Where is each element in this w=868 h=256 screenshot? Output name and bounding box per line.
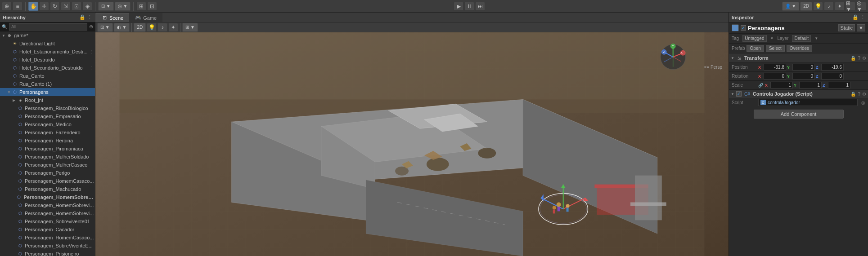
hierarchy-arrow-game[interactable]: ▼ (2, 34, 6, 38)
inspector-more-icon[interactable]: ⋮ (860, 14, 865, 20)
prefab-overrides-btn[interactable]: Overrides (787, 45, 812, 52)
scale-x-input[interactable] (770, 82, 793, 88)
hierarchy-arrow-root-jnt[interactable]: ▶ (13, 98, 17, 102)
hierarchy-item-personagem-sobrevivente-exp[interactable]: ⬡Personagem_SobreViventeE... (0, 242, 95, 250)
hierarchy-item-personagens[interactable]: ▼⬡Personagens⋮ (0, 88, 95, 96)
hierarchy-item-personagem-medico[interactable]: ⬡Personagem_Medico (0, 120, 95, 128)
effects-btn[interactable]: ✦ (835, 2, 845, 11)
hierarchy-item-personagem-mulher-casaco[interactable]: ⬡Personagem_MulherCasaco (0, 161, 95, 169)
scene-content[interactable]: X Z Y <= Persp (95, 32, 729, 256)
hand-tool[interactable]: ✋ (28, 2, 38, 11)
scene-gizmos-btn[interactable]: ⊞ ▼ (182, 23, 198, 32)
hierarchy-more-icon[interactable]: ⋮ (87, 14, 92, 20)
position-z-input[interactable] (821, 64, 844, 71)
hierarchy-lock-icon[interactable]: 🔒 (79, 14, 85, 20)
scene-shading-btn[interactable]: ◐ ▼ (114, 23, 130, 32)
add-btn[interactable]: ⊕ (2, 2, 12, 11)
2d-btn[interactable]: 2D (800, 2, 812, 11)
menu-btn[interactable]: ≡ (13, 2, 22, 11)
lighting-btn[interactable]: 💡 (813, 2, 823, 11)
hierarchy-arrow-personagens[interactable]: ▼ (7, 90, 12, 94)
tag-value[interactable]: Untagged (742, 35, 766, 42)
pivot-btn[interactable]: ⊡ ▼ (98, 2, 114, 11)
script-select-icon[interactable]: ◎ (861, 100, 865, 105)
hierarchy-item-personagem-cacador[interactable]: ⬡Personagem_Cacador (0, 225, 95, 234)
script-asset[interactable]: C controlaJogador (758, 99, 858, 106)
script-section-header[interactable]: ▼ C# Controla Jogador (Script) 🔒 ? ⚙ (729, 90, 868, 98)
hierarchy-dots-hotel-estacionamento[interactable]: ⋮ (90, 49, 94, 54)
hierarchy-item-personagem-homem-casaco[interactable]: ⬡Personagem_HomemCasaco... (0, 177, 95, 185)
transform-info-icon[interactable]: ? (858, 56, 860, 61)
hierarchy-dots-hotel-secundario[interactable]: ⋮ (90, 66, 94, 71)
scene-draw-btn[interactable]: ⊡ ▼ (97, 23, 113, 32)
scene-sep1 (131, 23, 132, 32)
pause-btn[interactable]: ⏸ (464, 2, 474, 11)
hierarchy-item-personagem-heroina[interactable]: ⬡Personagem_Heroina (0, 137, 95, 145)
hierarchy-item-root-jnt[interactable]: ▶◈Root_jnt (0, 96, 95, 104)
scale-label: Scale (732, 83, 756, 88)
scale-z-input[interactable] (828, 82, 850, 88)
hierarchy-item-rua-canto-1[interactable]: ⬡Rua_Canto (1) (0, 80, 95, 88)
add-hierarchy-icon[interactable]: ⊕ (89, 24, 93, 30)
hierarchy-item-personagem-homem-sobrevi2[interactable]: ⬡Personagem_HomemSobrevi... (0, 201, 95, 209)
rotation-x-input[interactable] (764, 73, 786, 79)
rect-tool[interactable]: ⊡ (72, 2, 81, 11)
hierarchy-item-game[interactable]: ▼⊕game* (0, 31, 95, 40)
global-btn[interactable]: ◎ ▼ (115, 2, 131, 11)
hierarchy-dots-personagens[interactable]: ⋮ (90, 90, 94, 95)
position-y-input[interactable] (792, 64, 815, 71)
tab-scene[interactable]: ⊡ Scene (95, 13, 129, 22)
rotation-y-input[interactable] (792, 73, 815, 79)
account-btn[interactable]: 👤 ▼ (782, 2, 800, 11)
hierarchy-item-personagem-homem-sobrevi3[interactable]: ⬡Personagem_HomemSobrevi... (0, 209, 95, 217)
hierarchy-item-personagem-mulher-soldado[interactable]: ⬡Personagem_MulherSoldado (0, 153, 95, 161)
transform-all-tool[interactable]: ◈ (82, 2, 92, 11)
script-enabled-checkbox[interactable] (736, 91, 742, 97)
hierarchy-item-hotel-destruido[interactable]: ⬡Hotel_Destruido (0, 56, 95, 64)
hierarchy-item-personagem-prisioneiro[interactable]: ⬡Personagem_Prisioneiro (0, 250, 95, 256)
play-btn[interactable]: ▶ (454, 2, 463, 11)
scene-audio-btn[interactable]: ♪ (157, 23, 167, 32)
snap-btn[interactable]: ⊞ (136, 2, 146, 11)
hierarchy-item-personagem-risco[interactable]: ⬡Personagem_RiscoBiologico (0, 104, 95, 112)
scene-lighting-btn[interactable]: 💡 (147, 23, 157, 32)
hierarchy-item-personagem-fazendeiro[interactable]: ⬡Personagem_Fazendeiro (0, 128, 95, 137)
snap2-btn[interactable]: ⊡ (147, 2, 157, 11)
scene-2d-btn[interactable]: 2D (134, 23, 146, 32)
hierarchy-item-personagem-perigo[interactable]: ⬡Personagem_Perigo (0, 169, 95, 177)
rotate-tool[interactable]: ↻ (50, 2, 60, 11)
hierarchy-item-hotel-estacionamento[interactable]: ⬡Hotel_Estacionamento_Destr...⋮ (0, 48, 95, 56)
hierarchy-item-personagem-piromaniaca[interactable]: ⬡Personagem_Piromaniaca (0, 145, 95, 153)
static-dropdown[interactable]: ▼ (857, 24, 865, 31)
hierarchy-item-hotel-secundario[interactable]: ⬡Hotel_Secundario_Destruido⋮ (0, 64, 95, 72)
rotation-z-input[interactable] (821, 73, 844, 79)
transform-gear-icon[interactable]: ⚙ (862, 56, 866, 61)
script-gear-icon[interactable]: ⚙ (862, 92, 866, 97)
hierarchy-item-rua-canto[interactable]: ⬡Rua_Canto (0, 72, 95, 80)
script-info-icon[interactable]: ? (858, 92, 860, 97)
prefab-select-btn[interactable]: Select (766, 45, 785, 52)
audio-btn[interactable]: ♪ (824, 2, 834, 11)
layer-value[interactable]: Default (792, 35, 811, 42)
scale-y-input[interactable] (799, 82, 822, 88)
scene-fx-btn[interactable]: ✦ (168, 23, 178, 32)
gizmo-menu-btn[interactable]: ⊞ ▼ (846, 2, 855, 11)
layers-btn[interactable]: ◎ ▼ (856, 2, 866, 11)
tab-game[interactable]: 🎮 Game (129, 13, 162, 22)
position-x-input[interactable] (764, 64, 786, 71)
scale-tool[interactable]: ⇲ (61, 2, 71, 11)
hierarchy-item-directional-light[interactable]: ☀Directional Light (0, 40, 95, 48)
move-tool[interactable]: ✛ (39, 2, 49, 11)
hierarchy-item-personagem-sobrevivente01[interactable]: ⬡Personagem_Sobrevivente01 (0, 217, 95, 225)
hierarchy-item-personagem-empresario[interactable]: ⬡Personagem_Empresario (0, 112, 95, 120)
hierarchy-item-personagem-homem-sobrevi1[interactable]: ⬡Personagem_HomemSobrevivi... (0, 193, 95, 201)
add-component-btn[interactable]: Add Component (754, 110, 844, 119)
inspector-lock-icon[interactable]: 🔒 (852, 14, 859, 20)
hierarchy-item-personagem-homem-casaco2[interactable]: ⬡Personagem_HomemCasaco... (0, 234, 95, 242)
step-btn[interactable]: ⏭ (475, 2, 485, 11)
prefab-open-btn[interactable]: Open (747, 45, 764, 52)
object-enabled-checkbox[interactable] (741, 25, 746, 31)
hierarchy-search-input[interactable] (9, 23, 87, 31)
transform-section-header[interactable]: ▼ ⇲ Transform 🔒 ? ⚙ (729, 53, 868, 63)
hierarchy-item-personagem-machucado[interactable]: ⬡Personagem_Machucado (0, 185, 95, 193)
